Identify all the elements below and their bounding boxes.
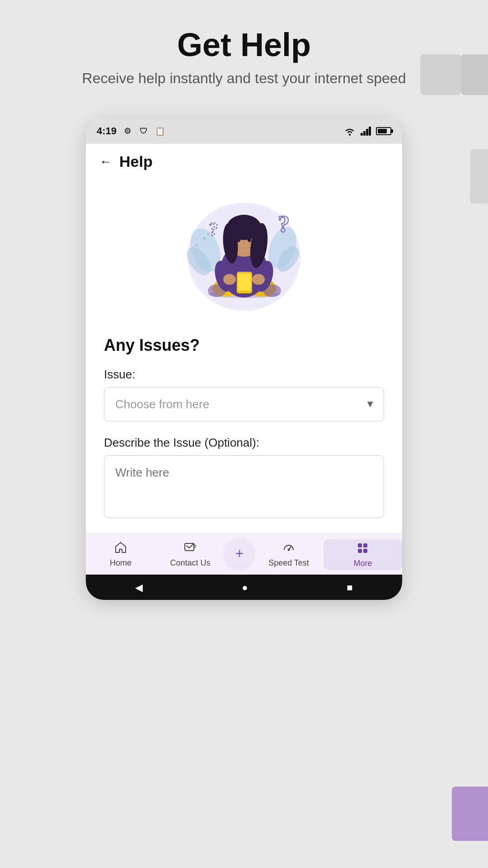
svg-rect-4 [369,127,371,136]
svg-point-23 [223,274,236,285]
svg-point-24 [252,274,265,285]
section-heading: Any Issues? [104,336,384,355]
nav-home-label: Home [110,558,131,568]
nav-item-speedtest[interactable]: Speed Test [254,542,324,568]
wifi-icon [343,126,356,136]
app-content: ← Help [86,144,402,600]
app-screen-title: Help [119,153,153,170]
nav-item-more[interactable]: More [324,539,402,570]
android-recents-button[interactable]: ■ [347,582,352,594]
android-home-button[interactable]: ● [242,582,248,594]
status-right-icons [343,126,391,136]
svg-point-37 [288,549,290,551]
bg-decoration-3 [470,149,488,203]
svg-rect-38 [358,543,362,547]
speedtest-icon [282,542,295,557]
page-header: Get Help Receive help instantly and test… [0,0,488,96]
svg-rect-1 [361,133,363,136]
svg-point-8 [202,237,206,241]
bg-decoration-2 [461,54,488,95]
svg-rect-40 [358,549,362,553]
form-area: Any Issues? Issue: Choose from here ▼ De… [86,327,402,533]
nav-contact-label: Contact Us [170,558,210,568]
svg-point-30 [237,238,240,242]
nav-item-contact[interactable]: Contact Us [155,542,225,568]
svg-text:?: ? [278,211,290,237]
svg-rect-41 [363,549,367,553]
status-icons: ⚙ 🛡 📋 [121,125,166,137]
shield-status-icon: 🛡 [137,125,150,137]
more-grid-icon [357,542,369,557]
issue-label: Issue: [104,368,384,382]
svg-rect-2 [363,131,366,136]
status-bar: 4:19 ⚙ 🛡 📋 [86,118,402,144]
plus-icon: + [235,546,244,561]
home-icon [114,542,127,557]
signal-icon [361,127,371,136]
settings-status-icon: ⚙ [121,125,134,137]
page-subtitle: Receive help instantly and test your int… [18,70,470,87]
help-illustration: ? ? [172,191,316,318]
bg-decoration-1 [420,54,461,95]
illustration-area: ? ? [86,178,402,327]
page-title: Get Help [18,27,470,63]
describe-label: Describe the Issue (Optional): [104,436,384,450]
status-time: 4:19 [97,125,117,137]
svg-point-9 [195,244,198,247]
contact-icon [184,542,197,557]
clipboard-status-icon: 📋 [154,125,166,137]
android-nav-bar: ◀ ● ■ [86,575,402,600]
svg-point-31 [248,238,251,242]
issue-select[interactable]: Choose from here [104,387,384,421]
nav-speedtest-label: Speed Test [268,558,309,568]
svg-rect-3 [366,129,368,136]
back-button[interactable]: ← [99,155,112,169]
phone-frame: 4:19 ⚙ 🛡 📋 [86,118,402,600]
bg-decoration-4 [452,787,488,841]
issue-select-wrapper: Choose from here ▼ [104,387,384,421]
svg-point-0 [349,134,351,136]
app-nav-bar: ← Help [86,144,402,178]
nav-more-label: More [353,559,372,568]
nav-item-plus[interactable]: + [225,542,254,568]
nav-item-home[interactable]: Home [86,542,155,568]
android-back-button[interactable]: ◀ [135,582,143,594]
plus-button[interactable]: + [225,539,254,568]
describe-textarea[interactable] [104,455,384,518]
battery-icon [376,127,391,135]
battery-fill [378,129,387,133]
svg-rect-39 [363,543,367,547]
svg-text:?: ? [209,219,218,240]
svg-rect-22 [238,274,251,291]
status-time-area: 4:19 ⚙ 🛡 📋 [97,125,166,137]
bottom-nav: Home Contact Us + [86,533,402,575]
